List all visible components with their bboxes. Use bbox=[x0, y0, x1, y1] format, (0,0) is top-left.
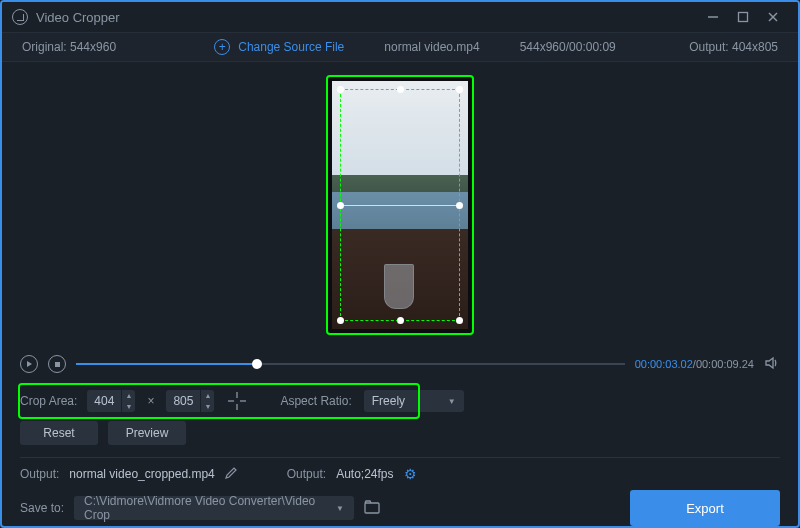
change-source-label: Change Source File bbox=[238, 40, 344, 54]
crop-height-input[interactable]: 805 ▲▼ bbox=[166, 390, 214, 412]
edit-filename-icon[interactable] bbox=[225, 467, 237, 482]
minimize-button[interactable] bbox=[698, 7, 728, 27]
width-down-icon[interactable]: ▼ bbox=[122, 401, 135, 412]
crop-area-label: Crop Area: bbox=[20, 394, 77, 408]
crop-handle-mr[interactable] bbox=[456, 202, 463, 209]
open-folder-icon[interactable] bbox=[364, 500, 380, 517]
crop-width-value: 404 bbox=[87, 394, 121, 408]
source-dimensions-time: 544x960/00:00:09 bbox=[520, 40, 616, 54]
crop-selection[interactable] bbox=[340, 89, 460, 321]
plus-circle-icon: + bbox=[214, 39, 230, 55]
crop-handle-tl[interactable] bbox=[337, 86, 344, 93]
height-up-icon[interactable]: ▲ bbox=[201, 390, 214, 401]
video-content bbox=[332, 81, 468, 329]
preview-button[interactable]: Preview bbox=[108, 421, 186, 445]
save-row: Save to: C:\Vidmore\Vidmore Video Conver… bbox=[2, 488, 798, 528]
crop-handle-bl[interactable] bbox=[337, 317, 344, 324]
time-total: 00:00:09.24 bbox=[696, 358, 754, 370]
play-button[interactable] bbox=[20, 355, 38, 373]
aspect-ratio-value: Freely bbox=[372, 394, 405, 408]
output-settings: Auto;24fps bbox=[336, 467, 393, 481]
preview-area bbox=[2, 62, 798, 347]
aspect-ratio-dropdown[interactable]: Freely ▼ bbox=[364, 390, 464, 412]
save-path-value: C:\Vidmore\Vidmore Video Converter\Video… bbox=[84, 494, 336, 522]
output-filename: normal video_cropped.mp4 bbox=[69, 467, 214, 481]
aspect-ratio-label: Aspect Ratio: bbox=[280, 394, 351, 408]
export-button[interactable]: Export bbox=[630, 490, 780, 526]
chevron-down-icon: ▼ bbox=[336, 504, 344, 513]
center-crop-button[interactable] bbox=[226, 390, 248, 412]
crop-handle-tc[interactable] bbox=[397, 86, 404, 93]
output-label-2: Output: bbox=[287, 467, 326, 481]
multiply-symbol: × bbox=[147, 394, 154, 408]
header-bar: Original: 544x960 + Change Source File n… bbox=[2, 32, 798, 62]
crop-handle-tr[interactable] bbox=[456, 86, 463, 93]
maximize-button[interactable] bbox=[728, 7, 758, 27]
change-source-button[interactable]: + Change Source File bbox=[214, 39, 344, 55]
output-label-1: Output: bbox=[20, 467, 59, 481]
settings-gear-icon[interactable]: ⚙ bbox=[404, 466, 417, 482]
time-current: 00:00:03.02 bbox=[635, 358, 693, 370]
height-down-icon[interactable]: ▼ bbox=[201, 401, 214, 412]
app-logo-icon bbox=[12, 9, 28, 25]
output-info-row: Output: normal video_cropped.mp4 Output:… bbox=[2, 460, 798, 488]
save-path-dropdown[interactable]: C:\Vidmore\Vidmore Video Converter\Video… bbox=[74, 496, 354, 520]
app-title: Video Cropper bbox=[36, 10, 120, 25]
source-filename: normal video.mp4 bbox=[384, 40, 479, 54]
crop-handle-ml[interactable] bbox=[337, 202, 344, 209]
timeline-row: 00:00:03.02/00:00:09.24 bbox=[2, 347, 798, 381]
crop-height-value: 805 bbox=[166, 394, 200, 408]
stop-button[interactable] bbox=[48, 355, 66, 373]
divider bbox=[20, 457, 780, 458]
save-to-label: Save to: bbox=[20, 501, 64, 515]
original-dimensions: Original: 544x960 bbox=[22, 40, 172, 54]
timeline-thumb[interactable] bbox=[252, 359, 262, 369]
titlebar: Video Cropper bbox=[2, 2, 798, 32]
chevron-down-icon: ▼ bbox=[448, 397, 456, 406]
timeline-track[interactable] bbox=[76, 359, 625, 369]
svg-rect-8 bbox=[365, 503, 379, 513]
video-frame bbox=[326, 75, 474, 335]
crop-controls: Crop Area: 404 ▲▼ × 805 ▲▼ Aspect Ratio:… bbox=[2, 381, 798, 421]
reset-button[interactable]: Reset bbox=[20, 421, 98, 445]
width-up-icon[interactable]: ▲ bbox=[122, 390, 135, 401]
timeline-time: 00:00:03.02/00:00:09.24 bbox=[635, 358, 754, 370]
action-buttons: Reset Preview bbox=[2, 421, 798, 455]
volume-icon[interactable] bbox=[764, 355, 780, 374]
crop-handle-bc[interactable] bbox=[397, 317, 404, 324]
output-dimensions: Output: 404x805 bbox=[658, 40, 778, 54]
svg-rect-1 bbox=[739, 13, 748, 22]
highlight-box bbox=[18, 383, 420, 419]
close-button[interactable] bbox=[758, 7, 788, 27]
crop-width-input[interactable]: 404 ▲▼ bbox=[87, 390, 135, 412]
crop-handle-br[interactable] bbox=[456, 317, 463, 324]
